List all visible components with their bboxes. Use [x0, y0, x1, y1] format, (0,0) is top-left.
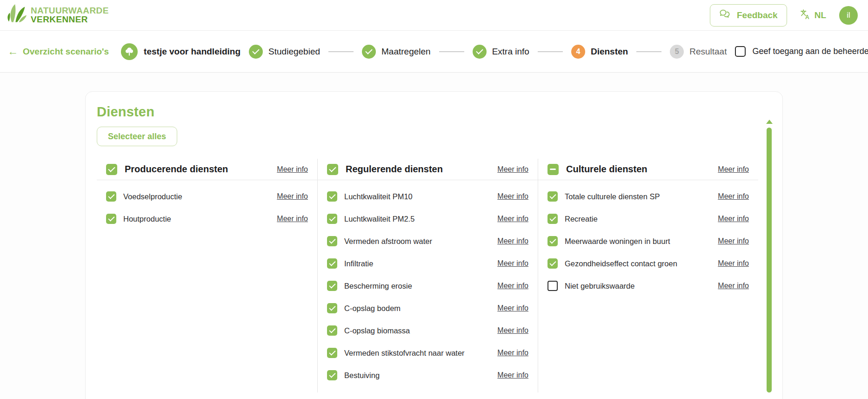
service-row: Bestuiving Meer info [327, 364, 528, 386]
service-row: Vermeden afstroom water Meer info [327, 230, 528, 252]
item-checkbox[interactable] [548, 214, 558, 224]
item-checkbox[interactable] [327, 191, 337, 202]
admin-access-checkbox-row: Geef toegang aan de beheerder [735, 46, 868, 57]
service-row: Meerwaarde woningen in buurt Meer info [548, 230, 749, 252]
language-switcher[interactable]: A NL [800, 9, 826, 22]
item-label: Houtproductie [123, 215, 171, 223]
group-checkbox[interactable] [106, 164, 117, 175]
scrollbar-up-arrow-icon[interactable] [766, 120, 773, 124]
group-meer-info-link[interactable]: Meer info [718, 165, 749, 174]
item-meer-info-link[interactable]: Meer info [497, 192, 528, 201]
service-columns: Producerende diensten Meer info Voedselp… [97, 159, 758, 392]
back-link-label: Overzicht scenario's [23, 47, 109, 57]
item-checkbox[interactable] [327, 281, 337, 291]
step-check-icon [473, 45, 487, 59]
step-number-badge: 4 [571, 45, 585, 59]
group-title: Producerende diensten [125, 164, 228, 175]
item-meer-info-link[interactable]: Meer info [277, 192, 308, 201]
select-all-button[interactable]: Selecteer alles [97, 127, 177, 146]
tree-icon [121, 43, 138, 60]
item-meer-info-link[interactable]: Meer info [277, 215, 308, 223]
step-connector [328, 51, 354, 52]
step-maatregelen[interactable]: Maatregelen [362, 45, 431, 59]
group-title: Culturele diensten [566, 164, 647, 175]
item-label: Bescherming erosie [344, 282, 412, 291]
step-connector [538, 51, 563, 52]
service-row: C-opslag bodem Meer info [327, 297, 528, 319]
item-meer-info-link[interactable]: Meer info [497, 215, 528, 223]
group-header: Regulerende diensten Meer info [318, 159, 538, 180]
item-checkbox[interactable] [106, 214, 116, 224]
item-meer-info-link[interactable]: Meer info [497, 304, 528, 312]
item-checkbox[interactable] [327, 348, 337, 358]
item-meer-info-link[interactable]: Meer info [718, 282, 749, 290]
item-label: Vermeden afstroom water [344, 237, 432, 246]
feedback-label: Feedback [737, 10, 778, 20]
group-regulerende-diensten: Regulerende diensten Meer info Luchtkwal… [317, 159, 538, 392]
logo-text: NATUURWAARDE VERKENNER [31, 7, 109, 24]
svg-text:A: A [805, 14, 809, 20]
group-meer-info-link[interactable]: Meer info [277, 165, 308, 174]
language-label: NL [815, 10, 826, 20]
item-checkbox[interactable] [548, 191, 558, 202]
group-producerende-diensten: Producerende diensten Meer info Voedselp… [97, 159, 317, 392]
group-meer-info-link[interactable]: Meer info [497, 165, 528, 174]
translate-icon: A [800, 9, 811, 22]
step-studiegebied[interactable]: Studiegebied [249, 45, 320, 59]
step-label: Maatregelen [381, 47, 431, 57]
admin-access-checkbox[interactable] [735, 46, 746, 57]
item-label: Luchtkwaliteit PM2.5 [344, 215, 414, 223]
group-checkbox[interactable] [327, 164, 338, 175]
service-row: Gezondheidseffect contact groen Meer inf… [548, 252, 749, 275]
step-diensten[interactable]: 4 Diensten [571, 45, 628, 59]
chat-bubbles-icon [719, 9, 732, 22]
item-checkbox[interactable] [327, 236, 337, 246]
step-check-icon [249, 45, 263, 59]
item-meer-info-link[interactable]: Meer info [718, 192, 749, 201]
step-connector [636, 51, 661, 52]
app-logo: NATUURWAARDE VERKENNER [6, 4, 109, 27]
item-checkbox[interactable] [548, 281, 558, 291]
item-label: Meerwaarde woningen in buurt [565, 237, 670, 246]
group-header: Producerende diensten Meer info [97, 159, 317, 180]
item-label: Recreatie [565, 215, 598, 223]
item-checkbox[interactable] [106, 191, 116, 202]
group-checkbox[interactable] [548, 164, 559, 175]
avatar-initials: il [847, 11, 850, 20]
item-meer-info-link[interactable]: Meer info [718, 237, 749, 245]
item-meer-info-link[interactable]: Meer info [497, 326, 528, 335]
main-content: Diensten Selecteer alles Producerende di… [0, 73, 868, 399]
step-extra-info[interactable]: Extra info [473, 45, 529, 59]
item-meer-info-link[interactable]: Meer info [718, 259, 749, 268]
service-row: Luchtkwaliteit PM2.5 Meer info [327, 208, 528, 230]
item-meer-info-link[interactable]: Meer info [497, 371, 528, 379]
item-checkbox[interactable] [327, 303, 337, 313]
item-meer-info-link[interactable]: Meer info [718, 215, 749, 223]
feedback-button[interactable]: Feedback [710, 4, 787, 27]
service-row: C-opslag biomassa Meer info [327, 319, 528, 342]
item-checkbox[interactable] [327, 325, 337, 336]
back-arrow-icon: ← [7, 46, 18, 57]
service-row: Houtproductie Meer info [106, 208, 308, 230]
service-row: Totale culturele diensten SP Meer info [548, 185, 749, 208]
scrollbar-thumb[interactable] [767, 128, 772, 392]
item-checkbox[interactable] [327, 370, 337, 380]
item-meer-info-link[interactable]: Meer info [497, 282, 528, 290]
item-checkbox[interactable] [548, 236, 558, 246]
item-checkbox[interactable] [327, 258, 337, 269]
step-label: Extra info [492, 47, 529, 57]
step-label: Resultaat [689, 47, 727, 57]
item-checkbox[interactable] [327, 214, 337, 224]
group-culturele-diensten: Culturele diensten Meer info Totale cult… [538, 159, 758, 392]
back-link[interactable]: ← Overzicht scenario's [7, 46, 109, 57]
item-checkbox[interactable] [548, 258, 558, 269]
avatar[interactable]: il [839, 6, 858, 25]
service-row: Bescherming erosie Meer info [327, 275, 528, 297]
step-check-icon [362, 45, 376, 59]
step-resultaat[interactable]: 5 Resultaat [670, 45, 727, 59]
logo-line-1: NATUURWAARDE [31, 7, 109, 15]
item-meer-info-link[interactable]: Meer info [497, 259, 528, 268]
item-meer-info-link[interactable]: Meer info [497, 349, 528, 357]
item-meer-info-link[interactable]: Meer info [497, 237, 528, 245]
item-label: Vermeden stikstofvracht naar water [344, 349, 465, 358]
